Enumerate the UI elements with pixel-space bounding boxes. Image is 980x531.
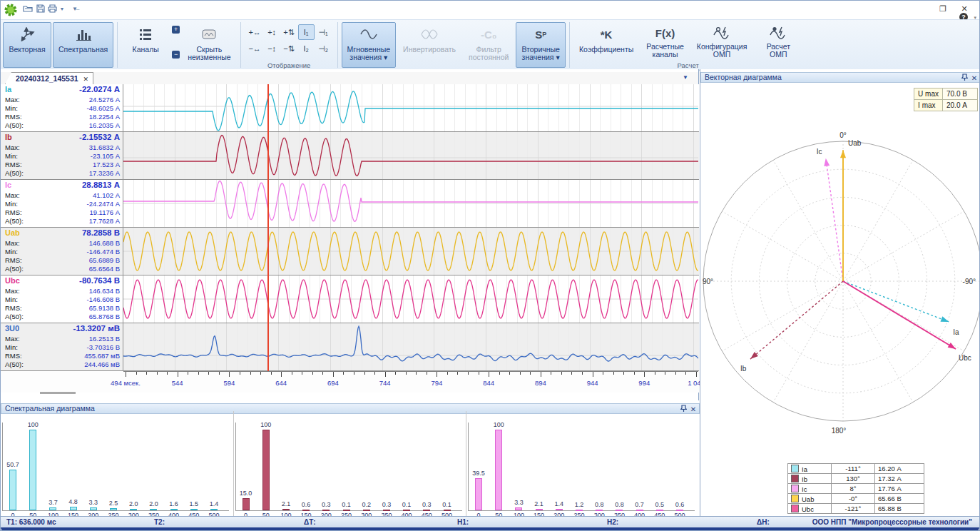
stat-value: 18.2254 А bbox=[36, 113, 120, 121]
waveform-Ib[interactable] bbox=[123, 132, 699, 179]
channels-label: Каналы bbox=[133, 46, 159, 54]
secondary-values-button[interactable]: SP Вторичные значения ▾ bbox=[516, 22, 566, 68]
minor-tick bbox=[157, 372, 158, 375]
major-tick bbox=[126, 372, 126, 377]
display-option-button[interactable]: I₁ bbox=[298, 24, 315, 40]
stat-label: Max: bbox=[5, 287, 20, 295]
restore-window-button[interactable]: ❐ bbox=[935, 4, 951, 14]
add-channel-button[interactable]: + bbox=[172, 26, 180, 34]
display-option-button[interactable]: I₂ bbox=[298, 41, 315, 56]
vector-view-label: Векторная bbox=[9, 46, 45, 54]
status-field: Н2: bbox=[607, 518, 618, 526]
close-window-button[interactable]: ✕ bbox=[956, 4, 972, 14]
chart-bar bbox=[475, 478, 482, 510]
vector-Ic bbox=[826, 158, 843, 281]
chart-bar bbox=[110, 508, 117, 510]
major-tick bbox=[644, 372, 645, 377]
tab-close-icon[interactable]: ✕ bbox=[83, 76, 89, 83]
vector-view-button[interactable]: Векторная bbox=[3, 22, 51, 68]
display-option-button[interactable]: +⇅ bbox=[281, 24, 297, 40]
stat-label: A(50): bbox=[5, 217, 24, 226]
channel-row-Ubc[interactable]: Ubc-80.7634 ВMax:146.634 ВMin:-146.608 В… bbox=[1, 275, 699, 323]
chart-bar bbox=[70, 507, 77, 510]
fx-icon: F(x) bbox=[655, 25, 675, 41]
spectral-view-label: Спектральная bbox=[58, 46, 108, 54]
channel-info: 3U0-13.3207 мВMax:16.2513 ВMin:-3.70316 … bbox=[1, 323, 123, 370]
waveform-3U0[interactable] bbox=[123, 323, 699, 370]
channel-stat: Min:-23.105 А bbox=[5, 152, 120, 161]
spectral-chart-Ib: 15.00100502.11000.61500.32000.12500.2300… bbox=[234, 411, 466, 516]
minor-tick bbox=[479, 372, 479, 375]
print-dropdown-icon[interactable]: ▼ bbox=[56, 4, 68, 15]
spectral-chart-Ic: 39.50100503.31002.11501.42001.22500.8300… bbox=[466, 411, 699, 516]
save-icon[interactable] bbox=[35, 4, 46, 15]
calc-channels-button[interactable]: F(x) Расчетные каналы bbox=[640, 22, 690, 61]
stat-value: 24.5276 А bbox=[36, 96, 120, 104]
channel-info: Ia-22.0274 АMax:24.5276 АMin:-48.6025 АR… bbox=[1, 84, 123, 131]
waveform-Ia[interactable] bbox=[123, 84, 699, 131]
legend-angle: 130° bbox=[832, 474, 875, 484]
invert-button[interactable]: Инвертировать bbox=[397, 22, 461, 68]
channel-stat: RMS:18.2254 А bbox=[5, 113, 120, 121]
channel-stat: Min:-146.474 В bbox=[5, 248, 120, 256]
channel-row-Ia[interactable]: Ia-22.0274 АMax:24.5276 АMin:-48.6025 АR… bbox=[1, 84, 699, 132]
waveform-Uab[interactable] bbox=[123, 228, 699, 275]
bar-value-label: 2.1 bbox=[282, 500, 291, 507]
minor-tick bbox=[530, 372, 531, 375]
spectral-diagram-icon bbox=[76, 25, 91, 44]
omp-calc-button[interactable]: Расчет ОМП bbox=[754, 22, 802, 61]
channels-button[interactable]: Каналы bbox=[121, 22, 170, 68]
display-option-button[interactable]: ⊣₂ bbox=[315, 41, 332, 56]
stat-value: -24.2474 А bbox=[36, 200, 120, 208]
display-option-button[interactable]: +↔ bbox=[247, 24, 263, 40]
vector-label-Ib: Ib bbox=[740, 365, 747, 373]
open-file-icon[interactable] bbox=[22, 4, 34, 15]
chart-bar bbox=[383, 510, 390, 511]
chart-bar bbox=[302, 510, 310, 511]
stat-value: 19.1176 А bbox=[36, 208, 120, 217]
minor-tick bbox=[322, 372, 323, 375]
legend-swatch bbox=[791, 465, 799, 472]
stat-value: -3.70316 В bbox=[36, 343, 120, 352]
stat-label: A(50): bbox=[5, 169, 24, 178]
bar-value-label: 3.3 bbox=[89, 499, 98, 506]
channel-name: Uab bbox=[5, 228, 20, 237]
remove-channel-button[interactable]: − bbox=[172, 51, 180, 59]
display-option-button[interactable]: −⇅ bbox=[281, 41, 297, 56]
coefficients-button[interactable]: *K Коэффициенты bbox=[573, 22, 639, 61]
channel-row-Uab[interactable]: Uab78.2858 ВMax:146.688 ВMin:-146.474 ВR… bbox=[1, 228, 699, 275]
hide-unchanged-button[interactable]: Скрыть неизменные bbox=[182, 22, 236, 68]
horizontal-scrollbar-thumb[interactable] bbox=[40, 392, 76, 394]
bar-value-label: 2.0 bbox=[149, 500, 158, 507]
customize-quick-access-icon[interactable]: ▼̶ bbox=[69, 4, 81, 15]
major-tick bbox=[593, 372, 593, 377]
display-option-button[interactable]: −↔ bbox=[247, 41, 263, 56]
channel-row-Ic[interactable]: Ic28.8813 АMax:41.102 АMin:-24.2474 АRMS… bbox=[1, 180, 699, 228]
sine-wave-icon bbox=[359, 25, 378, 44]
waveform-Ic[interactable] bbox=[123, 180, 699, 227]
vector-label-Uab: Uab bbox=[848, 139, 862, 147]
dc-filter-button[interactable]: -C₀ Фильтр постоянной bbox=[463, 22, 514, 68]
channel-row-Ib[interactable]: Ib-2.15532 АMax:31.6832 АMin:-23.105 АRM… bbox=[1, 132, 699, 180]
bar-value-label: 39.5 bbox=[472, 470, 485, 477]
dc-filter-label: Фильтр постоянной bbox=[469, 46, 509, 61]
bar-value-label: 0.8 bbox=[615, 501, 624, 508]
record-tab[interactable]: 20240312_145531✕ bbox=[5, 72, 93, 84]
omp-config-button[interactable]: Конфигурация ОМП bbox=[691, 22, 752, 61]
display-option-button[interactable]: −↕ bbox=[264, 41, 280, 56]
display-option-button[interactable]: ⊣₁ bbox=[315, 24, 332, 40]
chart-bar bbox=[210, 509, 218, 510]
stat-label: Min: bbox=[5, 343, 18, 352]
instant-values-button[interactable]: Мгновенные значения ▾ bbox=[342, 22, 397, 68]
display-option-button[interactable]: +↕ bbox=[264, 24, 280, 40]
major-tick bbox=[281, 372, 282, 377]
spectral-view-button[interactable]: Спектральная bbox=[53, 22, 113, 68]
minor-tick bbox=[623, 372, 624, 375]
minor-tick bbox=[292, 372, 292, 375]
chart-bar bbox=[29, 430, 36, 510]
channel-row-3U0[interactable]: 3U0-13.3207 мВMax:16.2513 ВMin:-3.70316 … bbox=[1, 323, 699, 371]
tab-list-dropdown-icon[interactable]: ▼ bbox=[683, 74, 688, 81]
time-cursor[interactable] bbox=[267, 84, 269, 371]
minor-tick bbox=[188, 372, 188, 375]
waveform-Ubc[interactable] bbox=[123, 275, 699, 323]
